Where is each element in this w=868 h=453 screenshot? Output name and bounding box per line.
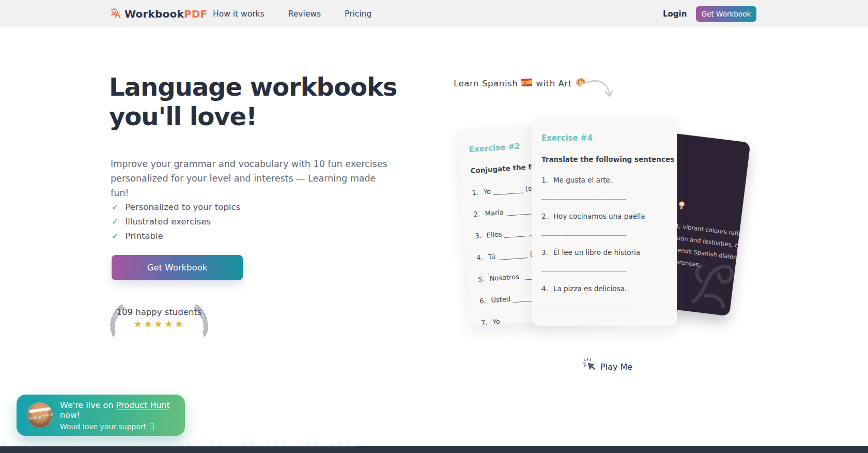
exercise-item: 4.La pizza es deliciosa.________________…	[541, 284, 668, 308]
exercise-item-number: 2.	[473, 210, 480, 218]
checklist-label: Printable	[125, 231, 163, 241]
logo[interactable]: WorkbookPDF	[110, 0, 207, 27]
toast-line1: We're live on Product Hunt now!	[60, 400, 177, 420]
exercise-item-number: 1.	[472, 188, 478, 197]
nav-link-pricing[interactable]: Pricing	[345, 9, 371, 19]
social-proof: 109 happy students ★★★★★	[105, 303, 213, 337]
footer-strip	[0, 446, 868, 453]
curved-arrow-icon	[585, 78, 615, 105]
exercise-card-4-instruction: Translate the following sentences from S…	[541, 155, 668, 163]
page-title-line1: Language workbooks	[109, 72, 397, 102]
exercise-item-row: 1.Me gusta el arte.	[541, 176, 668, 184]
exercise-item-number: 2.	[541, 212, 548, 220]
decorative-swirl	[677, 243, 741, 313]
play-me-hint[interactable]: Play Me	[583, 358, 632, 375]
exercise-item: 3.Él lee un libro de historia___________…	[541, 248, 668, 272]
checklist-item-personalized-to-your-topics: ✓Personalized to your topics	[112, 200, 240, 214]
exercise-item-text: Me gusta el arte.	[553, 176, 612, 184]
exercise-card-4-items: 1.Me gusta el arte._____________________…	[541, 176, 668, 308]
play-me-label: Play Me	[600, 362, 632, 372]
avatar-headband	[29, 407, 51, 413]
checklist-item-printable: ✓Printable	[112, 229, 240, 243]
answer-blank-line: ______________________	[541, 264, 668, 272]
star-icon: ★	[175, 318, 185, 329]
main-nav: How it worksReviewsPricing	[213, 0, 371, 27]
product-hunt-avatar: Product Hunt	[27, 402, 53, 428]
hero-annotation: Learn Spanish with Art	[454, 78, 586, 89]
exercise-item-number: 4.	[541, 284, 548, 293]
page-title: Language workbooks you'll love!	[109, 72, 397, 131]
star-icon: ★	[144, 318, 154, 329]
nav-link-how-it-works[interactable]: How it works	[213, 9, 265, 19]
lightbulb-icon	[677, 201, 686, 213]
exercise-item-number: 4.	[476, 253, 483, 262]
footer-dotted-line	[0, 446, 357, 447]
annotation-text-1: Learn Spanish	[454, 79, 518, 88]
check-icon: ✓	[112, 202, 118, 212]
top-navbar: WorkbookPDF How it worksReviewsPricing L…	[0, 0, 868, 27]
translate-icon	[110, 7, 121, 21]
exercise-item-number: 3.	[541, 248, 548, 256]
annotation-text-2: with Art	[536, 79, 572, 88]
feature-checklist: ✓Personalized to your topics✓Illustrated…	[112, 200, 240, 243]
exercise-item-text: Él lee un libro de historia	[553, 248, 640, 256]
answer-blank-line: ______________________	[541, 192, 668, 200]
exercise-item-row: 3.Él lee un libro de historia	[541, 248, 668, 256]
toast-text: We're live on Product Hunt now! Woud lov…	[60, 400, 177, 431]
login-link[interactable]: Login	[663, 0, 687, 27]
star-icon: ★	[133, 318, 144, 329]
exercise-item-number: 7.	[481, 319, 488, 326]
nav-link-reviews[interactable]: Reviews	[288, 9, 321, 19]
click-cursor-icon	[583, 358, 596, 375]
happy-students-count: 109 happy students	[105, 307, 213, 317]
hero-get-workbook-button[interactable]: Get Workbook	[112, 255, 243, 280]
checklist-label: Personalized to your topics	[125, 202, 240, 212]
exercise-item-number: 5.	[478, 275, 485, 283]
checklist-label: Illustrated exercises	[125, 217, 210, 226]
star-icon: ★	[164, 318, 175, 329]
star-rating: ★★★★★	[105, 318, 213, 329]
spain-flag-icon	[521, 79, 532, 88]
check-icon: ✓	[112, 231, 118, 241]
answer-blank-line: ______________________	[541, 300, 668, 308]
exercise-item-number: 6.	[479, 297, 486, 305]
product-hunt-link[interactable]: Product Hunt	[116, 400, 170, 410]
answer-blank-line: ______________________	[541, 228, 668, 236]
exercise-card-4[interactable]: Exercise #4 Translate the following sent…	[532, 118, 677, 326]
product-hunt-toast: Product Hunt We're live on Product Hunt …	[17, 395, 185, 436]
star-icon: ★	[154, 318, 164, 329]
exercise-item-number: 3.	[475, 232, 482, 240]
toast-line2: Woud love your support	[60, 422, 177, 431]
exercise-item-text: Hoy cocinamos una paella	[553, 212, 645, 220]
checklist-item-illustrated-exercises: ✓Illustrated exercises	[112, 214, 240, 229]
page-title-line2: you'll love!	[109, 102, 397, 131]
exercise-item-row: 4.La pizza es deliciosa.	[541, 284, 668, 293]
logo-wordmark: WorkbookPDF	[125, 8, 207, 20]
exercise-card-4-heading: Exercise #4	[541, 133, 668, 143]
exercise-item-text: La pizza es deliciosa.	[553, 284, 627, 293]
header-get-workbook-button[interactable]: Get Workbook	[696, 6, 756, 22]
exercise-item-row: 2.Hoy cocinamos una paella	[541, 212, 668, 220]
avatar-script-text: Product Hunt	[28, 412, 52, 421]
exercise-item: 2.Hoy cocinamos una paella______________…	[541, 212, 668, 236]
missing-emoji-glyph	[150, 424, 154, 430]
check-icon: ✓	[112, 217, 118, 226]
hero-subtitle: Improve your grammar and vocabulary with…	[111, 157, 394, 200]
exercise-item-number: 1.	[541, 176, 548, 184]
exercise-item: 1.Me gusta el arte._____________________…	[541, 176, 668, 200]
